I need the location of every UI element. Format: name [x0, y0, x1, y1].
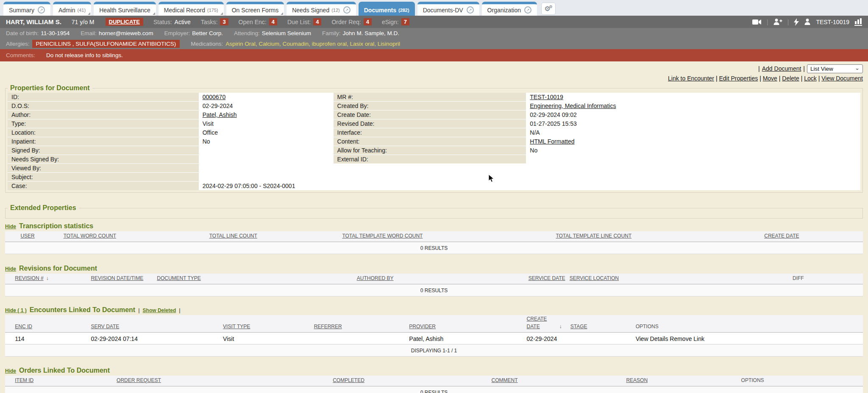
open-enc-label: Open Enc:	[239, 19, 267, 25]
add-document-link[interactable]: Add Document	[762, 65, 801, 72]
property-label: Location:	[8, 128, 199, 137]
order-req-count-badge[interactable]: 4	[364, 18, 372, 25]
person-icon[interactable]	[804, 18, 811, 25]
col-user[interactable]: USER	[20, 233, 34, 239]
property-value[interactable]: TEST-10019	[526, 93, 860, 101]
external-link-icon[interactable]: ↗	[343, 6, 351, 14]
link-to-encounter-link[interactable]: Link to Encounter	[668, 75, 714, 82]
external-link-icon[interactable]: ↗	[38, 6, 45, 14]
tab-organization[interactable]: Organization ↗	[482, 2, 537, 16]
hide-transcription-link[interactable]: Hide	[5, 224, 16, 230]
col-completed[interactable]: COMPLETED	[333, 377, 364, 383]
tab-medical-record[interactable]: Medical Record (175)	[159, 2, 224, 16]
col-reason[interactable]: REASON	[626, 377, 648, 383]
property-row: ID: 0000670 MR #: TEST-10019	[8, 93, 860, 101]
serv-date-cell: 02-29-2024 07:14	[91, 335, 138, 342]
col-total-template-line-count[interactable]: TOTAL TEMPLATE LINE COUNT	[556, 233, 632, 239]
col-document-type[interactable]: DOCUMENT TYPE	[157, 275, 201, 281]
medications-label: Medications:	[191, 41, 223, 47]
email-label: Email:	[81, 30, 97, 36]
property-row: Viewed By:	[8, 164, 860, 172]
col-authored-by[interactable]: AUTHORED BY	[357, 275, 394, 281]
esign-count-badge[interactable]: 7	[401, 18, 409, 25]
col-revision-number[interactable]: REVISION #↓	[15, 275, 48, 281]
tasks-label: Tasks:	[201, 19, 218, 25]
property-value[interactable]: Patel, Ashish	[199, 111, 334, 119]
col-referrer[interactable]: REFERRER	[314, 324, 342, 329]
col-comment[interactable]: COMMENT	[492, 377, 518, 383]
col-create-date[interactable]: CREATE DATE	[764, 233, 799, 239]
col-create-date[interactable]: CREATE DATE	[527, 315, 551, 330]
view-details-action[interactable]: View Details	[636, 335, 668, 342]
property-row: Type: Visit Revised Date: 01-27-2025 15:…	[8, 119, 860, 128]
col-item-id[interactable]: ITEM ID	[15, 377, 33, 383]
document-toolbar: | Add Document | List View ⌄	[5, 64, 863, 74]
duplicate-badge[interactable]: DUPLICATE	[106, 18, 143, 26]
delete-link[interactable]: Delete	[782, 75, 799, 82]
due-list-count-badge[interactable]: 4	[313, 18, 321, 25]
tab-on-screen-forms[interactable]: On Screen Forms	[226, 2, 284, 16]
tab-label: Organization	[487, 7, 521, 14]
col-enc-id[interactable]: ENC ID	[15, 324, 32, 329]
property-value[interactable]: 0000670	[199, 93, 334, 101]
property-value	[526, 155, 860, 163]
tab-admin[interactable]: Admin (41)	[53, 2, 91, 16]
external-link-icon[interactable]: ↗	[467, 6, 474, 14]
move-link[interactable]: Move	[763, 75, 777, 82]
lock-link[interactable]: Lock	[804, 75, 817, 82]
medications-list[interactable]: Aspirin Oral, Calcium, Coumadin, ibuprof…	[225, 41, 400, 47]
col-total-word-count[interactable]: TOTAL WORD COUNT	[64, 233, 116, 239]
col-service-date[interactable]: SERVICE DATE	[529, 275, 565, 281]
view-document-link[interactable]: View Document	[821, 75, 863, 82]
property-value[interactable]: HTML Formatted	[526, 137, 860, 146]
col-provider[interactable]: PROVIDER	[409, 324, 436, 329]
col-visit-type[interactable]: VISIT TYPE	[223, 324, 250, 329]
property-label: Create Date:	[334, 111, 526, 119]
email-value: horner@mieweb.com	[99, 30, 153, 36]
employer-value: Better Corp.	[192, 30, 223, 36]
external-link-icon[interactable]: ↗	[524, 6, 531, 14]
property-value: N/A	[526, 128, 860, 137]
dob-label: Date of birth:	[6, 30, 39, 36]
order-req-label: Order Req:	[331, 19, 361, 25]
encounter-row[interactable]: 114 02-29-2024 07:14 Visit Patel, Ashish…	[5, 333, 863, 345]
orders-title: Orders Linked To Document	[19, 367, 110, 374]
tab-documents-dv[interactable]: Documents-DV ↗	[417, 2, 479, 16]
hide-encounters-link[interactable]: Hide ( 1 )	[5, 307, 27, 313]
tab-summary[interactable]: Summary ↗	[3, 2, 50, 16]
patient-header-bar: HART, WILLIAM S. 71 y/o M DUPLICATE Stat…	[0, 16, 868, 28]
property-value[interactable]: Engineering, Medical Informatics	[526, 102, 860, 110]
remove-link-action[interactable]: Remove Link	[670, 335, 704, 342]
property-value	[199, 155, 334, 163]
open-enc-count-badge[interactable]: 4	[269, 18, 277, 25]
view-mode-select[interactable]: List View ⌄	[807, 64, 863, 73]
hide-orders-link[interactable]: Hide	[5, 368, 16, 374]
tab-health-surveillance[interactable]: Health Surveillance	[94, 2, 156, 16]
encounters-paging-row: DISPLAYING 1-1 / 1	[5, 345, 863, 357]
col-total-line-count[interactable]: TOTAL LINE COUNT	[209, 233, 257, 239]
property-label: Allow for Teaching:	[334, 146, 526, 155]
col-total-template-word-count[interactable]: TOTAL TEMPLATE WORD COUNT	[342, 233, 423, 239]
settings-gear-icon[interactable]: ⚙ ⚙	[541, 3, 556, 15]
patient-age-sex: 71 y/o M	[72, 19, 95, 25]
col-serv-date[interactable]: SERV DATE	[91, 324, 119, 329]
video-camera-icon[interactable]	[752, 19, 762, 25]
show-deleted-link[interactable]: Show Deleted	[143, 307, 176, 313]
col-stage[interactable]: STAGE	[570, 324, 587, 329]
gear-small-icon: ⚙	[549, 5, 553, 9]
demographics-bar: Date of birth:11-30-1954 Email:horner@mi…	[0, 28, 868, 38]
tab-documents[interactable]: Documents (282)	[359, 2, 415, 16]
edit-properties-link[interactable]: Edit Properties	[719, 75, 758, 82]
col-order-request[interactable]: ORDER REQUEST	[117, 377, 161, 383]
col-revision-datetime[interactable]: REVISION DATE/TIME	[91, 275, 143, 281]
col-service-location[interactable]: SERVICE LOCATION	[570, 275, 619, 281]
allergies-badge[interactable]: PENICILLINS , SULFA(SULFONAMIDE ANTIBIOT…	[32, 40, 180, 48]
hide-revisions-link[interactable]: Hide	[5, 266, 16, 272]
lightning-bolt-icon[interactable]	[794, 18, 799, 26]
tasks-count-badge[interactable]: 3	[220, 18, 228, 25]
tab-needs-signed[interactable]: Needs Signed (12) ↗	[287, 2, 356, 16]
transcription-results-row: 0 RESULTS	[5, 242, 863, 254]
bar-chart-icon[interactable]	[854, 18, 862, 26]
tab-label: Medical Record	[164, 7, 205, 14]
add-person-icon[interactable]	[773, 18, 782, 25]
